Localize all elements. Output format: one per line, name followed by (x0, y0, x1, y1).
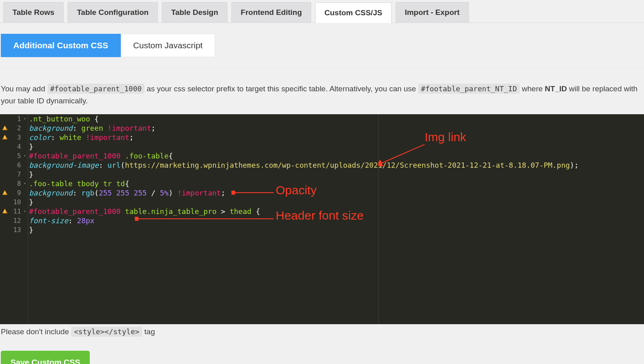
line-number: 2 (10, 123, 22, 133)
code-line[interactable]: background-image: url(https://marketing.… (29, 160, 644, 170)
info-text-3: where (522, 84, 545, 93)
svg-rect-2 (5, 129, 5, 130)
code-area[interactable]: .nt_button_woo {background: green !impor… (29, 114, 644, 234)
line-number: 11 (10, 207, 22, 216)
code-line[interactable]: .foo-table tbody tr td{ (29, 179, 644, 188)
line-number: 4 (10, 142, 22, 151)
code-line[interactable]: } (29, 170, 644, 179)
tab-table-rows[interactable]: Table Rows (3, 2, 64, 23)
svg-rect-10 (5, 210, 5, 212)
warning-icon (0, 134, 10, 140)
gutter-row: 7 (0, 170, 28, 179)
code-line[interactable]: color: white !important; (29, 133, 644, 142)
note-code: <style></style> (71, 327, 142, 337)
code-line[interactable]: background: rgb(255 255 255 / 5%) !impor… (29, 188, 644, 197)
code-line[interactable]: #footable_parent_1000 .foo-table{ (29, 151, 644, 160)
gutter-row: 9 (0, 188, 28, 197)
gutter-row: 6 (0, 160, 28, 170)
selector-code-2: #footable_parent_NT_ID (418, 84, 520, 94)
note-pre: Please don't include (1, 327, 71, 336)
tab-table-design[interactable]: Table Design (162, 2, 227, 23)
warning-icon (0, 125, 10, 131)
print-margin-line (378, 114, 379, 324)
info-bold: NT_ID (545, 84, 567, 93)
css-code-editor[interactable]: 1▾2345▾678▾91011▾1213 .nt_button_woo {ba… (0, 114, 644, 324)
css-selector-info: You may add #footable_parent_1000 as you… (0, 67, 644, 113)
line-number: 10 (10, 197, 22, 207)
line-number: 1 (10, 114, 22, 123)
gutter-row: 3 (0, 133, 28, 142)
fold-icon[interactable]: ▾ (22, 179, 28, 188)
sub-tab-custom-javascript[interactable]: Custom Javascript (121, 34, 215, 57)
style-tag-note: Please don't include <style></style> tag (0, 325, 644, 339)
svg-rect-1 (5, 127, 5, 129)
line-number: 3 (10, 133, 22, 142)
gutter-row: 10 (0, 197, 28, 207)
selector-code-1: #footable_parent_1000 (47, 84, 145, 94)
code-line[interactable]: #footable_parent_1000 table.ninja_table_… (29, 207, 644, 216)
fold-icon[interactable]: ▾ (22, 151, 28, 160)
warning-icon (0, 208, 10, 214)
svg-rect-11 (5, 212, 5, 213)
gutter-row: 2 (0, 123, 28, 133)
note-post: tag (144, 327, 155, 336)
line-number: 12 (10, 216, 22, 225)
warning-icon (0, 190, 10, 195)
gutter-row: 5▾ (0, 151, 28, 160)
tab-frontend-editing[interactable]: Frontend Editing (231, 2, 311, 23)
tab-table-configuration[interactable]: Table Configuration (68, 2, 158, 23)
line-number: 7 (10, 170, 22, 179)
line-number: 9 (10, 188, 22, 197)
code-line[interactable]: font-size: 28px (29, 216, 644, 225)
fold-icon[interactable]: ▾ (22, 207, 28, 216)
svg-rect-4 (5, 136, 5, 138)
gutter-row: 12 (0, 216, 28, 225)
code-line[interactable]: } (29, 197, 644, 207)
code-line[interactable]: .nt_button_woo { (29, 114, 644, 123)
gutter-row: 4 (0, 142, 28, 151)
gutter-row: 8▾ (0, 179, 28, 188)
svg-rect-5 (5, 138, 5, 139)
sub-tabs: Additional Custom CSSCustom Javascript (0, 23, 644, 57)
gutter-row: 1▾ (0, 114, 28, 123)
svg-rect-7 (5, 192, 5, 193)
line-number: 5 (10, 151, 22, 160)
sub-tab-additional-custom-css[interactable]: Additional Custom CSS (1, 34, 121, 57)
gutter-row: 11▾ (0, 207, 28, 216)
svg-rect-8 (5, 194, 5, 194)
code-line[interactable]: background: green !important; (29, 123, 644, 133)
tab-custom-css-js[interactable]: Custom CSS/JS (315, 2, 392, 23)
line-number: 6 (10, 160, 22, 170)
tab-import-export[interactable]: Import - Export (396, 2, 469, 23)
main-tabs: Table RowsTable ConfigurationTable Desig… (0, 0, 644, 23)
info-text-2: as your css selector prefix to target th… (147, 84, 418, 93)
fold-icon[interactable]: ▾ (22, 114, 28, 123)
gutter-row: 13 (0, 225, 28, 234)
editor-gutter: 1▾2345▾678▾91011▾1213 (0, 114, 28, 324)
code-line[interactable]: } (29, 225, 644, 234)
line-number: 13 (10, 225, 22, 234)
save-custom-css-button[interactable]: Save Custom CSS (1, 351, 90, 364)
info-text-1: You may add (1, 84, 47, 93)
code-line[interactable]: } (29, 142, 644, 151)
line-number: 8 (10, 179, 22, 188)
